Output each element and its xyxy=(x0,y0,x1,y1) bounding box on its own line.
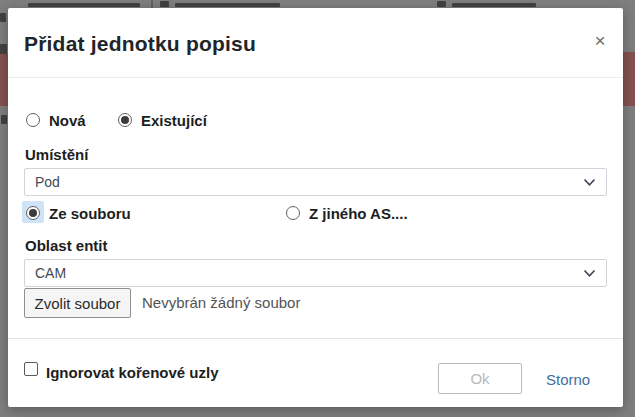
background-toolbar-fragment xyxy=(175,3,280,7)
radio-label: Z jiného AS.... xyxy=(309,205,408,222)
background-text-fragment xyxy=(1,115,7,124)
background-selected-row-right xyxy=(623,52,635,106)
radio-label: Nová xyxy=(49,112,86,129)
radio-unchecked-icon[interactable] xyxy=(26,113,40,127)
background-toolbar-fragment xyxy=(28,3,140,7)
radio-checked-icon[interactable] xyxy=(26,206,40,220)
ignore-root-nodes-label: Ignorovat kořenové uzly xyxy=(46,364,219,381)
chevron-down-icon xyxy=(583,269,596,278)
radio-checked-icon[interactable] xyxy=(118,113,132,127)
location-select-value: Pod xyxy=(35,174,583,190)
ok-button[interactable]: Ok xyxy=(438,363,522,394)
radio-label: Existující xyxy=(141,112,207,129)
file-status-text: Nevybrán žádný soubor xyxy=(142,288,300,318)
entity-area-select-value: CAM xyxy=(35,265,583,281)
radio-option-ze-souboru[interactable]: Ze souboru xyxy=(26,205,131,221)
radio-option-existujici[interactable]: Existující xyxy=(118,112,207,128)
radio-label: Ze souboru xyxy=(49,205,131,222)
chevron-down-icon xyxy=(583,178,596,187)
location-select[interactable]: Pod xyxy=(24,168,607,196)
header-divider xyxy=(8,77,623,78)
background-toolbar-icon-fragment xyxy=(160,1,169,7)
background-text-fragment xyxy=(0,13,6,22)
background-toolbar-divider xyxy=(151,0,153,8)
close-icon[interactable]: × xyxy=(589,30,611,52)
choose-file-button[interactable]: Zvolit soubor xyxy=(24,288,131,318)
radio-unchecked-icon[interactable] xyxy=(286,206,300,220)
entity-area-label: Oblast entit xyxy=(25,237,108,254)
ignore-root-nodes-checkbox[interactable] xyxy=(24,362,38,376)
background-toolbar-fragment xyxy=(452,3,536,7)
entity-area-select[interactable]: CAM xyxy=(24,259,607,287)
radio-option-nova[interactable]: Nová xyxy=(26,112,86,128)
add-description-unit-dialog: Přidat jednotku popisu × Nová Existující… xyxy=(8,8,623,407)
footer-divider xyxy=(8,338,623,339)
storno-button[interactable]: Storno xyxy=(546,370,590,390)
background-selected-row-left xyxy=(0,54,8,106)
dialog-title: Přidat jednotku popisu xyxy=(24,32,256,56)
location-label: Umístění xyxy=(25,146,88,163)
radio-option-z-jineho-as[interactable]: Z jiného AS.... xyxy=(286,205,408,221)
background-toolbar-icon-fragment xyxy=(437,1,446,7)
screen: Přidat jednotku popisu × Nová Existující… xyxy=(0,0,635,417)
